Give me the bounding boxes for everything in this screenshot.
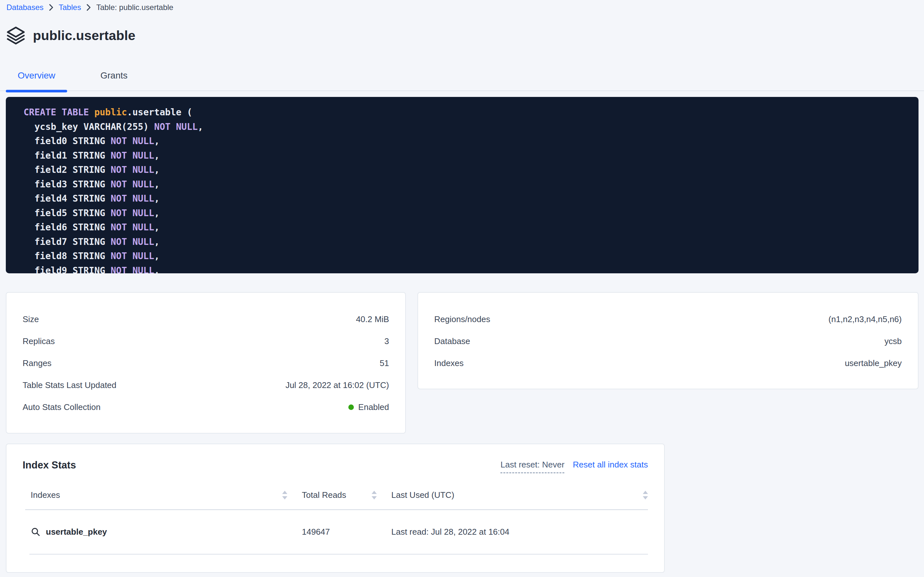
code-line: ycsb_key VARCHAR(255) NOT NULL, [24,120,919,134]
index-stats-card: Index Stats Last reset: Never Reset all … [6,443,665,573]
table-stack-icon [6,26,26,45]
code-line: CREATE TABLE public.usertable ( [24,105,919,120]
code-line: field1 STRING NOT NULL, [24,148,919,163]
summary-row: Replicas3 [22,330,389,352]
code-line: field6 STRING NOT NULL, [24,220,919,235]
index-stats-table-body: usertable_pkey149647Last read: Jul 28, 2… [31,510,648,555]
index-stats-title: Index Stats [22,459,76,471]
tab-bar: OverviewGrants [0,60,924,91]
code-line: field4 STRING NOT NULL, [24,192,919,206]
summary-value: 51 [380,358,389,368]
index-name-cell: usertable_pkey [31,527,287,537]
breadcrumb-current: Table: public.usertable [96,3,174,12]
page-title: public.usertable [33,28,136,43]
summary-value: Jul 28, 2022 at 16:02 (UTC) [285,380,389,390]
last-used-cell: Last read: Jul 28, 2022 at 16:04 [391,527,648,537]
code-line: field9 STRING NOT NULL, [24,264,919,274]
sort-icon[interactable] [371,491,377,500]
code-line: field8 STRING NOT NULL, [24,249,919,264]
summary-value: 40.2 MiB [356,314,389,324]
summary-row: Size40.2 MiB [22,308,389,330]
summary-value: usertable_pkey [845,358,902,368]
table-details-page: DatabasesTablesTable: public.usertable p… [0,0,924,577]
summary-label: Ranges [22,358,51,368]
row-divider [29,554,648,555]
summary-value: ycsb [885,336,902,347]
index-name-link[interactable]: usertable_pkey [46,527,107,537]
summary-label: Table Stats Last Updated [22,380,117,390]
create-table-statement: CREATE TABLE public.usertable ( ycsb_key… [6,97,919,273]
last-reset-label: Last reset: Never [500,460,564,473]
column-header-total-reads: Total Reads [302,490,377,500]
column-header-indexes: Indexes [31,490,287,500]
reset-all-index-stats-link[interactable]: Reset all index stats [573,460,648,470]
breadcrumb: DatabasesTablesTable: public.usertable [6,3,174,12]
column-header-label: Indexes [31,490,60,500]
summary-label: Indexes [434,358,464,368]
breadcrumb-separator-icon [86,4,91,11]
code-line: field7 STRING NOT NULL, [24,235,919,250]
summary-value: Enabled [348,402,389,412]
total-reads-cell: 149647 [302,527,377,537]
tab-overview[interactable]: Overview [6,60,67,91]
summary-label: Auto Stats Collection [22,402,100,412]
breadcrumb-separator-icon [49,4,54,11]
summary-label: Database [434,336,470,347]
summary-value: (n1,n2,n3,n4,n5,n6) [828,314,902,324]
summary-label: Size [22,314,39,324]
column-header-last-used: Last Used (UTC) [391,490,648,500]
column-header-label: Total Reads [302,490,346,500]
summary-label: Regions/nodes [434,314,490,324]
sort-icon[interactable] [282,491,287,500]
tabs: OverviewGrants [6,60,161,91]
summary-row: Table Stats Last UpdatedJul 28, 2022 at … [22,374,389,396]
code-line: field2 STRING NOT NULL, [24,163,919,177]
breadcrumb-link-tables[interactable]: Tables [59,3,81,12]
code-line: field3 STRING NOT NULL, [24,177,919,192]
summary-label: Replicas [22,336,55,347]
summary-row: Regions/nodes(n1,n2,n3,n4,n5,n6) [434,308,902,330]
summary-row: Indexesusertable_pkey [434,352,902,374]
summary-value: 3 [384,336,389,347]
status-enabled-dot-icon [348,405,354,410]
tab-grants[interactable]: Grants [83,60,145,91]
column-header-label: Last Used (UTC) [391,490,454,500]
summary-row: Databaseycsb [434,330,902,352]
table-details-card: Regions/nodes(n1,n2,n3,n4,n5,n6)Database… [418,292,919,389]
page-title-row: public.usertable [6,26,136,45]
breadcrumb-link-databases[interactable]: Databases [6,3,43,12]
index-stats-table: IndexesTotal ReadsLast Used (UTC) userta… [31,490,648,555]
code-line: field0 STRING NOT NULL, [24,134,919,148]
search-icon[interactable] [31,527,41,537]
index-stats-row: usertable_pkey149647Last read: Jul 28, 2… [31,510,648,554]
index-stats-table-header: IndexesTotal ReadsLast Used (UTC) [31,490,648,509]
table-overview-card: Size40.2 MiBReplicas3Ranges51Table Stats… [6,292,406,434]
summary-row: Auto Stats CollectionEnabled [22,396,389,418]
sort-icon[interactable] [643,491,648,500]
code-line: field5 STRING NOT NULL, [24,206,919,221]
summary-row: Ranges51 [22,352,389,374]
